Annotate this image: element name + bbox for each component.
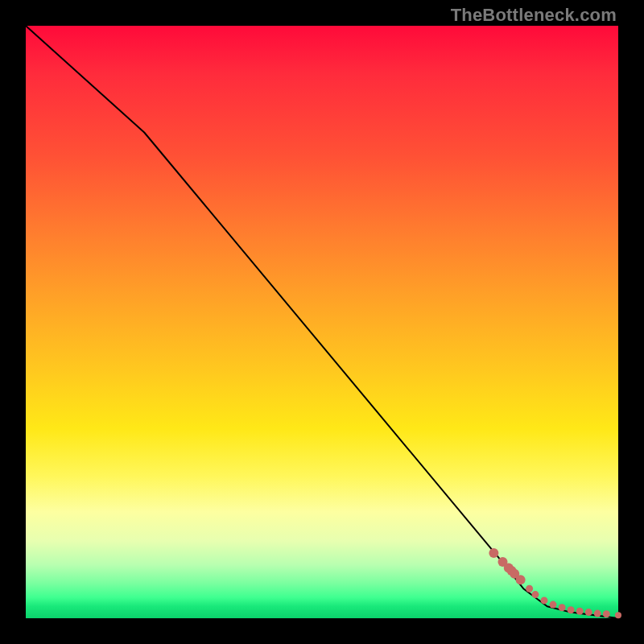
- gpu-point: [541, 597, 548, 604]
- gpu-point: [532, 591, 539, 598]
- gpu-point: [489, 548, 498, 558]
- plot-area: [26, 26, 618, 618]
- gpu-point: [516, 575, 526, 584]
- gpu-point: [594, 610, 601, 617]
- bottleneck-curve: [26, 26, 618, 618]
- gpu-point: [526, 585, 533, 592]
- chart-frame: TheBottleneck.com: [0, 0, 644, 644]
- gpu-point: [559, 604, 566, 611]
- curve-svg: [26, 26, 618, 618]
- gpu-point: [568, 606, 575, 613]
- gpu-point: [603, 610, 610, 617]
- gpu-point: [550, 601, 557, 609]
- gpu-point: [576, 608, 584, 615]
- gpu-point: [615, 612, 621, 618]
- watermark-text: TheBottleneck.com: [451, 5, 617, 26]
- gpu-point: [585, 609, 592, 616]
